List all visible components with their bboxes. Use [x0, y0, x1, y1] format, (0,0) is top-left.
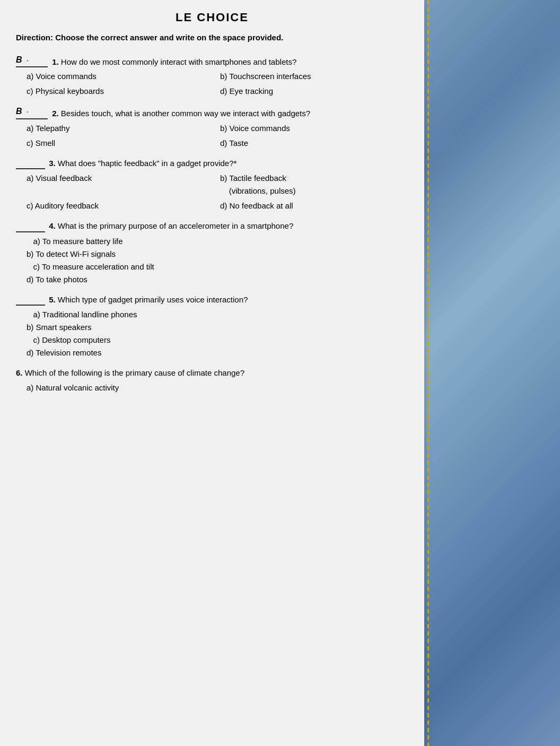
jeans-background [412, 0, 560, 746]
question-2: B · 2. Besides touch, what is another co… [16, 105, 408, 150]
q1-stem-text: How do we most commonly interact with sm… [61, 57, 296, 66]
q4-option-d: d) To take photos [27, 273, 408, 286]
page-header: LE CHOICE [16, 11, 408, 24]
question-4: 4. What is the primary purpose of an acc… [16, 220, 408, 285]
q4-number: 4. [49, 221, 56, 230]
question-2-stem: B · 2. Besides touch, what is another co… [16, 105, 408, 119]
question-6: 6. Which of the following is the primary… [16, 367, 408, 394]
q4-option-c: c) To measure acceleration and tilt [27, 261, 408, 273]
question-4-stem: 4. What is the primary purpose of an acc… [16, 220, 408, 232]
q6-number: 6. [16, 368, 23, 377]
q3-number: 3. [49, 159, 56, 168]
q5-stem-text: Which type of gadget primarily uses voic… [58, 295, 248, 304]
q5-option-d: d) Television remotes [27, 346, 408, 359]
direction-text: Direction: Choose the correct answer and… [16, 32, 408, 44]
question-3-stem: 3. What does "haptic feedback" in a gadg… [16, 157, 408, 169]
q2-number: 2. [52, 109, 59, 118]
q2-answer: B [16, 107, 22, 116]
q4-option-a: a) To measure battery life [27, 235, 408, 248]
q1-answer: B [16, 55, 22, 64]
q2-stem-text: Besides touch, what is another common wa… [61, 109, 310, 118]
q3-options: a) Visual feedback b) Tactile feedback (… [27, 172, 408, 212]
q3-stem-text: What does "haptic feedback" in a gadget … [58, 159, 237, 168]
q2-option-c: c) Smell [27, 137, 215, 150]
q1-number: 1. [52, 57, 59, 66]
question-1: B · 1. How do we most commonly interact … [16, 54, 408, 98]
question-5: 5. Which type of gadget primarily uses v… [16, 293, 408, 359]
q2-option-b: b) Voice commands [220, 122, 408, 135]
q1-answer-blank: B · [16, 54, 48, 68]
q5-option-b: b) Smart speakers [27, 321, 408, 334]
q3-answer-blank [16, 168, 45, 169]
q1-options: a) Voice commands b) Touchscreen interfa… [27, 70, 408, 98]
q1-option-d: d) Eye tracking [220, 85, 408, 98]
question-6-stem: 6. Which of the following is the primary… [16, 367, 408, 379]
question-1-stem: B · 1. How do we most commonly interact … [16, 54, 408, 68]
question-3: 3. What does "haptic feedback" in a gadg… [16, 157, 408, 212]
q5-option-c: c) Desktop computers [27, 334, 408, 346]
q3-option-c: c) Auditory feedback [27, 199, 215, 212]
q2-option-d: d) Taste [220, 137, 408, 150]
q3-option-a: a) Visual feedback [27, 172, 215, 197]
q6-stem-text: Which of the following is the primary ca… [25, 368, 244, 377]
q5-answer-blank [16, 305, 45, 306]
q5-option-a: a) Traditional landline phones [27, 308, 408, 321]
q5-options: a) Traditional landline phones b) Smart … [27, 308, 408, 359]
q1-option-c: c) Physical keyboards [27, 85, 215, 98]
q2-option-a: a) Telepathy [27, 122, 215, 135]
q2-answer-blank: B · [16, 105, 48, 119]
q6-options: a) Natural volcanic activity [27, 381, 408, 394]
q1-option-b: b) Touchscreen interfaces [220, 70, 408, 83]
question-5-stem: 5. Which type of gadget primarily uses v… [16, 293, 408, 306]
q3-option-b: b) Tactile feedback (vibrations, pulses) [220, 172, 408, 197]
q2-options: a) Telepathy b) Voice commands c) Smell … [27, 122, 408, 150]
q1-option-a: a) Voice commands [27, 70, 215, 83]
q4-stem-text: What is the primary purpose of an accele… [58, 221, 293, 230]
q4-options: a) To measure battery life b) To detect … [27, 235, 408, 286]
q5-number: 5. [49, 295, 56, 304]
q4-answer-blank [16, 231, 45, 232]
q4-option-b: b) To detect Wi-Fi signals [27, 248, 408, 261]
q6-option-a: a) Natural volcanic activity [27, 381, 408, 394]
paper-sheet: LE CHOICE Direction: Choose the correct … [0, 0, 424, 746]
q3-option-d: d) No feedback at all [220, 199, 408, 212]
